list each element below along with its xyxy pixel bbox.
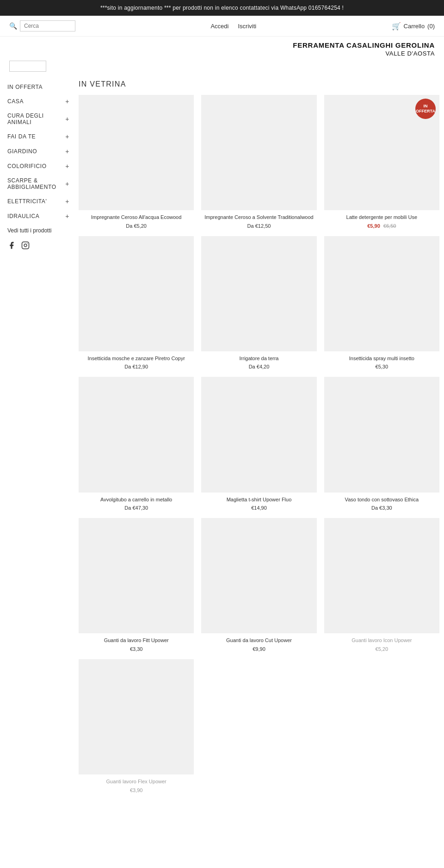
product-image-0 (79, 95, 194, 210)
product-name-0: Impregnante Ceroso All'acqua Ecowood (91, 214, 181, 221)
product-card-9[interactable]: Guanti da lavoro Fitt Upower €3,30 (79, 518, 194, 652)
cart-area[interactable]: 🛒 Carrello (0) (392, 22, 435, 31)
product-card-3[interactable]: Insetticida mosche e zanzare Piretro Cop… (79, 236, 194, 370)
product-price-value-3: €12,90 (132, 364, 148, 369)
product-price-sale-2: €5,90 (367, 223, 380, 229)
product-price-value-10: €9,90 (253, 646, 265, 652)
product-card-0[interactable]: Impregnante Ceroso All'acqua Ecowood Da … (79, 95, 194, 229)
product-price-value-0: €5,20 (134, 223, 147, 229)
product-card-6[interactable]: Avvolgitubo a carrello in metallo Da €47… (79, 377, 194, 511)
search-input[interactable] (20, 20, 75, 31)
sidebar-item-giardino[interactable]: GIARDINO + (7, 144, 69, 159)
search-box-row (0, 57, 444, 75)
product-price-7: €14,90 (251, 505, 267, 511)
product-name-5: Insetticida spray multi insetto (349, 355, 414, 362)
product-card-2[interactable]: InOfferta Latte detergente per mobili Us… (324, 95, 439, 229)
product-image-12 (79, 659, 194, 774)
announcement-text: ***sito in aggiornamento *** per prodott… (100, 5, 344, 11)
sidebar-item-cura-animali[interactable]: CURA DEGLI ANIMALI + (7, 109, 69, 129)
sidebar-giardino-plus: + (65, 148, 69, 155)
product-grid: Impregnante Ceroso All'acqua Ecowood Da … (79, 95, 439, 793)
product-name-9: Guanti da lavoro Fitt Upower (104, 637, 169, 644)
sidebar-item-in-offerta[interactable]: IN OFFERTA (7, 80, 69, 94)
product-image-6 (79, 377, 194, 492)
sidebar-casa-label: CASA (7, 98, 24, 105)
sidebar-item-fai-da-te[interactable]: FAI DA TE + (7, 129, 69, 144)
sidebar-item-elettricita[interactable]: ELETTRICITA' + (7, 194, 69, 209)
product-price-1: Da €12,50 (247, 223, 271, 229)
product-price-value-6: €47,30 (132, 505, 148, 511)
product-image-8 (324, 377, 439, 492)
sidebar-fai-da-te-label: FAI DA TE (7, 133, 36, 140)
product-price-value-5: €5,30 (376, 364, 388, 369)
product-name-4: Irrigatore da terra (240, 355, 279, 362)
product-price-4: Da €4,20 (249, 364, 270, 369)
product-card-5[interactable]: Insetticida spray multi insetto €5,30 (324, 236, 439, 370)
offer-badge-2: InOfferta (415, 99, 436, 119)
main-layout: IN OFFERTA CASA + CURA DEGLI ANIMALI + F… (0, 75, 444, 798)
product-price-value-11: €5,20 (376, 646, 388, 652)
product-area: IN VETRINA Impregnante Ceroso All'acqua … (74, 80, 444, 793)
cart-label: Carrello (404, 23, 425, 30)
sidebar-elettricita-label: ELETTRICITA' (7, 198, 47, 205)
sidebar-item-colorificio[interactable]: COLORIFICIO + (7, 159, 69, 174)
product-name-7: Maglietta t-shirt Upower Fluo (227, 496, 292, 503)
product-price-prefix-8: Da (371, 505, 378, 511)
product-card-10[interactable]: Guanti da lavoro Cut Upower €9,90 (201, 518, 316, 652)
product-price-value-12: €3,90 (130, 787, 143, 793)
product-name-6: Avvolgitubo a carrello in metallo (100, 496, 172, 503)
sidebar-item-scarpe[interactable]: SCARPE & ABBIGLIAMENTO + (7, 174, 69, 194)
sidebar-giardino-label: GIARDINO (7, 148, 37, 155)
product-image-10 (201, 518, 316, 633)
product-price-value-9: €3,30 (130, 646, 143, 652)
product-price-value-4: €4,20 (257, 364, 270, 369)
product-price-prefix-3: Da (124, 364, 131, 369)
sidebar-colorificio-label: COLORIFICIO (7, 163, 47, 169)
facebook-icon[interactable] (7, 241, 17, 250)
sidebar-idraulica-plus: + (65, 212, 69, 220)
product-image-4 (201, 236, 316, 351)
sidebar-cura-animali-plus: + (65, 115, 69, 123)
product-price-11: €5,20 (376, 646, 388, 652)
sidebar-casa-plus: + (65, 98, 69, 105)
product-price-value-7: €14,90 (251, 505, 267, 511)
product-card-1[interactable]: Impregnante Ceroso a Solvente Traditiona… (201, 95, 316, 229)
product-name-11: Guanti lavoro Icon Upower (352, 637, 412, 644)
in-vetrina-title: IN VETRINA (79, 80, 439, 88)
product-card-8[interactable]: Vaso tondo con sottovaso Ethica Da €3,30 (324, 377, 439, 511)
sidebar-social (7, 241, 69, 250)
logo-area: FERRAMENTA CASALINGHI GEROLINA VALLE D'A… (0, 37, 444, 57)
svg-rect-0 (22, 242, 29, 249)
sidebar-see-all[interactable]: Vedi tutti i prodotti (7, 224, 69, 237)
product-price-12: €3,90 (130, 787, 143, 793)
register-link[interactable]: Iscriviti (238, 23, 256, 30)
product-name-2: Latte detergente per mobili Use (346, 214, 417, 221)
product-card-4[interactable]: Irrigatore da terra Da €4,20 (201, 236, 316, 370)
product-price-10: €9,90 (253, 646, 265, 652)
sidebar: IN OFFERTA CASA + CURA DEGLI ANIMALI + F… (0, 80, 74, 793)
product-price-9: €3,30 (130, 646, 143, 652)
product-card-12[interactable]: Guanti lavoro Flex Upower €3,90 (79, 659, 194, 793)
secondary-search-input[interactable] (9, 61, 46, 72)
sidebar-item-casa[interactable]: CASA + (7, 94, 69, 109)
instagram-icon[interactable] (21, 241, 31, 250)
sidebar-cura-animali-label: CURA DEGLI ANIMALI (7, 112, 65, 125)
search-area: 🔍 (9, 20, 75, 31)
login-link[interactable]: Accedi (210, 23, 228, 30)
product-image-5 (324, 236, 439, 351)
sidebar-item-idraulica[interactable]: IDRAULICA + (7, 209, 69, 224)
product-price-original-2: €6,50 (383, 223, 396, 229)
product-price-2: €5,90 €6,50 (367, 223, 396, 229)
product-price-prefix-6: Da (124, 505, 131, 511)
product-name-8: Vaso tondo con sottovaso Ethica (345, 496, 419, 503)
product-image-7 (201, 377, 316, 492)
sidebar-idraulica-label: IDRAULICA (7, 213, 39, 219)
sidebar-in-offerta-label: IN OFFERTA (7, 84, 43, 90)
sidebar-scarpe-plus: + (65, 180, 69, 187)
product-card-11[interactable]: Guanti lavoro Icon Upower €5,20 (324, 518, 439, 652)
product-price-5: €5,30 (376, 364, 388, 369)
product-name-10: Guanti da lavoro Cut Upower (226, 637, 292, 644)
logo-main: FERRAMENTA CASALINGHI GEROLINA (9, 41, 435, 49)
product-card-7[interactable]: Maglietta t-shirt Upower Fluo €14,90 (201, 377, 316, 511)
sidebar-colorificio-plus: + (65, 162, 69, 170)
